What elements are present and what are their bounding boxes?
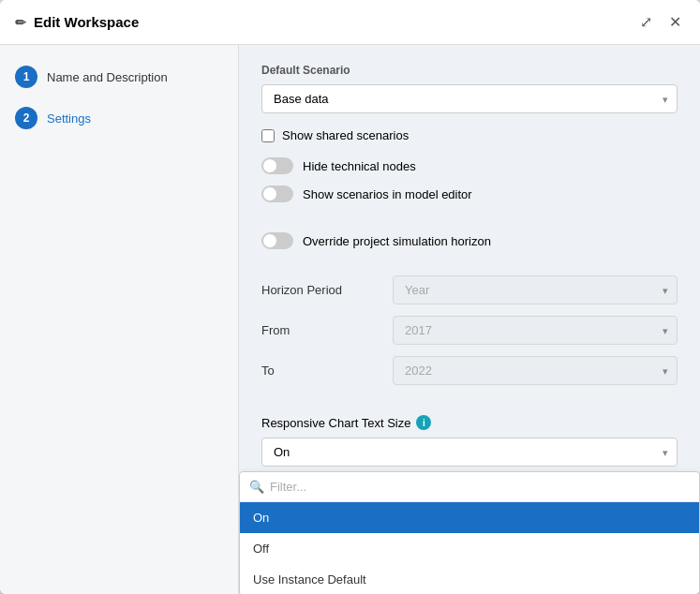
dropdown-overlay: 🔍 On Off Use Instance Default — [239, 471, 700, 594]
close-button[interactable]: ✕ — [665, 11, 685, 33]
from-row: From 2017 ▾ — [261, 316, 678, 345]
sidebar: 1 Name and Description 2 Settings — [0, 45, 239, 594]
from-select-wrapper: 2017 ▾ — [393, 316, 678, 345]
dropdown-search-bar: 🔍 — [240, 472, 699, 502]
horizon-period-select[interactable]: Year — [393, 275, 678, 304]
hide-technical-nodes-toggle[interactable] — [261, 157, 293, 174]
to-select[interactable]: 2022 — [393, 356, 678, 385]
show-scenarios-model-editor-row: Show scenarios in model editor — [261, 186, 678, 202]
horizon-period-select-wrapper: Year ▾ — [393, 275, 678, 304]
to-select-wrapper: 2022 ▾ — [393, 356, 678, 385]
header-controls: ⤢ ✕ — [636, 11, 685, 33]
responsive-chart-select-wrapper: On ▾ — [261, 438, 678, 467]
default-scenario-select[interactable]: Base data — [261, 84, 678, 113]
show-shared-scenarios-checkbox[interactable] — [261, 129, 275, 142]
modal-title: Edit Workspace — [34, 14, 139, 30]
sidebar-item-name-and-description[interactable]: 1 Name and Description — [0, 56, 238, 97]
horizon-period-row: Horizon Period Year ▾ — [261, 275, 678, 304]
to-row: To 2022 ▾ — [261, 356, 678, 385]
modal-title-group: ✏ Edit Workspace — [15, 14, 636, 30]
responsive-chart-text-size-label: Responsive Chart Text Size — [261, 416, 410, 430]
main-content: Default Scenario Base data ▾ Show shared… — [239, 45, 700, 594]
default-scenario-label: Default Scenario — [261, 64, 678, 77]
modal-body: 1 Name and Description 2 Settings Defaul… — [0, 45, 700, 594]
hide-technical-nodes-row: Hide technical nodes — [261, 157, 678, 174]
dropdown-item-use-instance-default[interactable]: Use Instance Default — [240, 564, 699, 594]
responsive-chart-label-row: Responsive Chart Text Size i — [261, 415, 678, 430]
search-icon: 🔍 — [249, 480, 264, 494]
from-select[interactable]: 2017 — [393, 316, 678, 345]
dropdown-item-off[interactable]: Off — [240, 533, 699, 564]
show-scenarios-model-editor-label: Show scenarios in model editor — [303, 187, 472, 201]
override-simulation-horizon-label: Override project simulation horizon — [303, 234, 491, 248]
sidebar-item-label-2: Settings — [47, 111, 91, 126]
default-scenario-select-wrapper: Base data ▾ — [261, 84, 678, 113]
expand-button[interactable]: ⤢ — [636, 11, 656, 33]
show-shared-scenarios-row: Show shared scenarios — [261, 128, 678, 142]
hide-technical-nodes-label: Hide technical nodes — [303, 159, 416, 173]
info-icon[interactable]: i — [416, 415, 431, 430]
step-circle-1: 1 — [15, 66, 37, 88]
dropdown-item-on[interactable]: On — [240, 502, 699, 533]
show-shared-scenarios-label: Show shared scenarios — [282, 128, 409, 142]
override-simulation-horizon-row: Override project simulation horizon — [261, 232, 678, 249]
sidebar-item-settings[interactable]: 2 Settings — [0, 97, 238, 139]
pencil-icon: ✏ — [15, 15, 26, 30]
responsive-chart-select[interactable]: On — [261, 438, 678, 467]
to-label: To — [261, 364, 393, 378]
from-label: From — [261, 323, 393, 337]
modal-header: ✏ Edit Workspace ⤢ ✕ — [0, 0, 700, 45]
dropdown-filter-input[interactable] — [270, 480, 690, 494]
show-scenarios-model-editor-toggle[interactable] — [261, 186, 293, 202]
override-simulation-horizon-toggle[interactable] — [261, 232, 293, 249]
step-circle-2: 2 — [15, 107, 37, 129]
sidebar-item-label-1: Name and Description — [47, 70, 168, 84]
edit-workspace-modal: ✏ Edit Workspace ⤢ ✕ 1 Name and Descript… — [0, 0, 700, 594]
horizon-period-label: Horizon Period — [261, 283, 393, 297]
